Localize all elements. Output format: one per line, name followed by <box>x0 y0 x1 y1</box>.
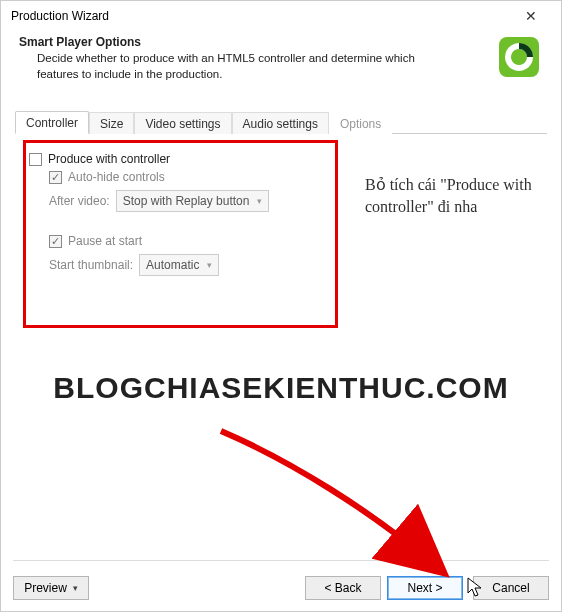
chevron-down-icon: ▾ <box>73 583 78 593</box>
watermark-text: BLOGCHIASEKIENTHUC.COM <box>1 371 561 405</box>
camtasia-logo-icon <box>495 33 543 81</box>
after-video-label: After video: <box>49 194 110 208</box>
titlebar: Production Wizard ✕ <box>1 1 561 31</box>
start-thumbnail-select: Automatic ▾ <box>139 254 219 276</box>
pause-at-start-row: Pause at start <box>49 234 533 248</box>
auto-hide-checkbox <box>49 171 62 184</box>
start-thumbnail-label: Start thumbnail: <box>49 258 133 272</box>
produce-with-controller-label: Produce with controller <box>48 152 170 166</box>
window-title: Production Wizard <box>11 9 511 23</box>
tab-audio-settings[interactable]: Audio settings <box>232 112 329 134</box>
produce-with-controller-checkbox[interactable] <box>29 153 42 166</box>
back-button[interactable]: < Back <box>305 576 381 600</box>
tab-video-settings[interactable]: Video settings <box>134 112 231 134</box>
chevron-down-icon: ▾ <box>207 260 212 270</box>
footer: Preview ▾ < Back Next > Cancel <box>1 565 561 611</box>
produce-with-controller-row: Produce with controller <box>29 152 533 166</box>
annotation-text: Bỏ tích cái "Produce with controller" đi… <box>365 174 555 217</box>
auto-hide-label: Auto-hide controls <box>68 170 165 184</box>
start-thumbnail-value: Automatic <box>146 258 199 272</box>
preview-button[interactable]: Preview ▾ <box>13 576 89 600</box>
page-description: Decide whether to produce with an HTML5 … <box>19 51 449 82</box>
tabstrip: Controller Size Video settings Audio set… <box>15 110 547 134</box>
start-thumbnail-row: Start thumbnail: Automatic ▾ <box>49 254 533 276</box>
next-button[interactable]: Next > <box>387 576 463 600</box>
footer-separator <box>13 560 549 561</box>
close-icon: ✕ <box>525 8 537 24</box>
after-video-select: Stop with Replay button ▾ <box>116 190 270 212</box>
after-video-value: Stop with Replay button <box>123 194 250 208</box>
chevron-down-icon: ▾ <box>257 196 262 206</box>
tab-options: Options <box>329 112 392 134</box>
production-wizard-window: Production Wizard ✕ Smart Player Options… <box>0 0 562 612</box>
pause-at-start-label: Pause at start <box>68 234 142 248</box>
tab-controller[interactable]: Controller <box>15 111 89 134</box>
pause-at-start-checkbox <box>49 235 62 248</box>
header: Smart Player Options Decide whether to p… <box>1 31 561 90</box>
tab-body-controller: Produce with controller Auto-hide contro… <box>15 134 547 354</box>
preview-label: Preview <box>24 581 67 595</box>
tab-size[interactable]: Size <box>89 112 134 134</box>
close-button[interactable]: ✕ <box>511 2 551 30</box>
page-title: Smart Player Options <box>19 35 543 49</box>
cancel-button[interactable]: Cancel <box>473 576 549 600</box>
